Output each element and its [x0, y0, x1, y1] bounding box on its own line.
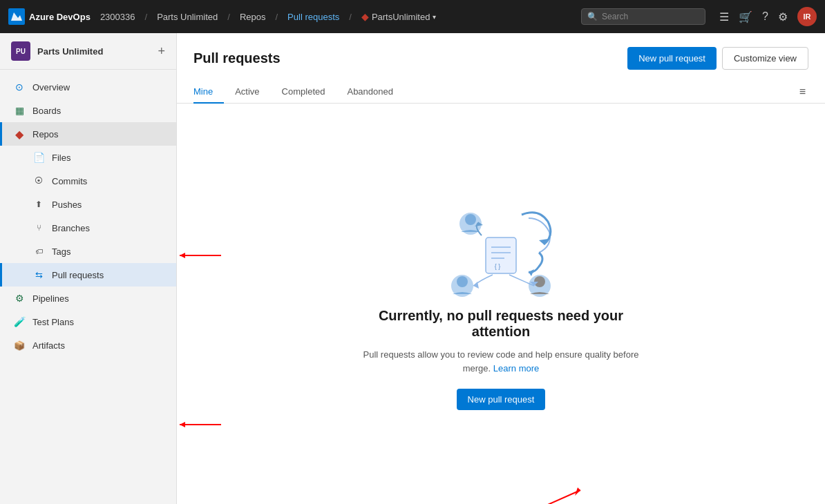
sidebar-item-commits[interactable]: ⦿ Commits — [0, 169, 176, 193]
sidebar-item-files[interactable]: 📄 Files — [0, 146, 176, 169]
topbar-logo[interactable]: Azure DevOps — [8, 8, 91, 25]
topbar-breadcrumb-repos[interactable]: Repos — [240, 12, 266, 22]
repos-icon: ◆ — [13, 128, 26, 140]
topbar-org: 2300336 — [100, 12, 135, 22]
overview-icon: ⊙ — [13, 81, 26, 93]
topbar: Azure DevOps 2300336 / Parts Unlimited /… — [0, 0, 825, 33]
sidebar-label-branches: Branches — [52, 223, 90, 233]
sidebar-item-branches[interactable]: ⑂ Branches — [0, 216, 176, 240]
pushes-icon: ⬆ — [32, 198, 45, 211]
sidebar-label-repos: Repos — [32, 129, 59, 139]
sidebar-label-pullrequests: Pull requests — [52, 270, 104, 280]
sidebar-nav: ⊙ Overview ▦ Boards ◆ Repos 📄 Files — [0, 70, 176, 362]
main-content-area: Pull requests New pull request Customize… — [177, 33, 825, 504]
svg-line-21 — [518, 490, 580, 504]
tab-mine[interactable]: Mine — [193, 81, 224, 104]
boards-icon: ▦ — [13, 104, 26, 117]
new-pull-request-button[interactable]: New pull request — [627, 47, 717, 70]
help-icon[interactable]: ? — [762, 10, 768, 23]
sidebar-label-files: Files — [52, 153, 70, 163]
svg-marker-18 — [180, 253, 185, 258]
sidebar-label-pipelines: Pipelines — [32, 293, 69, 304]
sidebar-label-artifacts: Artifacts — [32, 340, 65, 351]
pullrequests-icon: ⇆ — [32, 269, 45, 281]
tags-icon: 🏷 — [32, 245, 45, 258]
svg-marker-20 — [180, 422, 185, 427]
learn-more-link[interactable]: Learn more — [493, 363, 539, 374]
new-pull-request-center-button[interactable]: New pull request — [457, 389, 546, 410]
main-empty-state: { } — [177, 104, 825, 504]
empty-state-description: Pull requests allow you to review code a… — [349, 348, 653, 375]
sidebar-label-overview: Overview — [32, 82, 70, 93]
search-input[interactable] — [602, 12, 699, 21]
sidebar-item-tags[interactable]: 🏷 Tags — [0, 240, 176, 263]
topbar-breadcrumb-pullrequests[interactable]: Pull requests — [287, 12, 339, 22]
topbar-breadcrumb-project[interactable]: Parts Unlimited — [157, 12, 218, 22]
topbar-brand: Azure DevOps — [29, 12, 91, 22]
files-icon: 📄 — [32, 151, 45, 164]
avatar[interactable]: IR — [797, 7, 817, 26]
add-project-button[interactable]: + — [158, 44, 165, 59]
sidebar-label-tags: Tags — [52, 246, 70, 257]
svg-point-9 — [457, 276, 468, 287]
sidebar-item-repos[interactable]: ◆ Repos — [0, 122, 176, 146]
sidebar-item-pipelines[interactable]: ⚙ Pipelines — [0, 287, 176, 310]
empty-state-title: Currently, no pull requests need your at… — [363, 308, 639, 340]
sidebar-item-artifacts[interactable]: 📦 Artifacts — [0, 333, 176, 357]
svg-point-7 — [465, 214, 476, 225]
filter-icon[interactable]: ≡ — [797, 83, 808, 101]
tab-active[interactable]: Active — [224, 81, 270, 104]
pr-illustration: { } — [432, 197, 570, 308]
main-header: Pull requests New pull request Customize… — [177, 33, 825, 104]
settings-icon[interactable]: ⚙ — [778, 10, 788, 23]
sidebar-item-boards[interactable]: ▦ Boards — [0, 99, 176, 122]
topbar-repo-name: PartsUnlimited — [372, 12, 430, 22]
commits-icon: ⦿ — [32, 175, 45, 187]
search-icon: 🔍 — [587, 12, 598, 21]
project-name: Parts Unlimited — [37, 46, 103, 57]
main-title-row: Pull requests New pull request Customize… — [193, 47, 808, 70]
tabs: Mine Active Completed Abandoned — [193, 81, 404, 103]
repos-sub-items: 📄 Files ⦿ Commits ⬆ Pushes ⑂ Branches 🏷 — [0, 146, 176, 287]
sidebar-label-testplans: Test Plans — [32, 317, 74, 327]
project-icon: PU — [11, 41, 30, 61]
sidebar-item-testplans[interactable]: 🧪 Test Plans — [0, 310, 176, 333]
layout: PU Parts Unlimited + ⊙ Overview ▦ Boards… — [0, 33, 825, 504]
sidebar-label-commits: Commits — [52, 176, 87, 186]
basket-icon[interactable]: 🛒 — [739, 10, 752, 23]
sidebar-header: PU Parts Unlimited + — [0, 33, 176, 70]
branches-icon: ⑂ — [32, 222, 45, 234]
topbar-icons: ☰ 🛒 ? ⚙ IR — [719, 7, 817, 26]
tab-completed[interactable]: Completed — [271, 81, 336, 104]
svg-marker-22 — [575, 487, 580, 496]
pipelines-icon: ⚙ — [13, 292, 26, 304]
title-actions: New pull request Customize view — [627, 47, 808, 70]
tab-abandoned[interactable]: Abandoned — [336, 81, 404, 104]
chevron-down-icon: ▾ — [433, 13, 436, 21]
sidebar-label-boards: Boards — [32, 106, 61, 116]
svg-rect-1 — [486, 238, 516, 273]
sidebar-label-pushes: Pushes — [52, 200, 82, 210]
repo-icon: ◆ — [361, 11, 369, 22]
search-box[interactable]: 🔍 — [581, 8, 705, 25]
sidebar-item-pushes[interactable]: ⬆ Pushes — [0, 193, 176, 216]
artifacts-icon: 📦 — [13, 339, 26, 351]
sidebar-item-overview[interactable]: ⊙ Overview — [0, 75, 176, 99]
notifications-icon[interactable]: ☰ — [719, 10, 729, 23]
tabs-row: Mine Active Completed Abandoned ≡ — [193, 81, 808, 103]
topbar-repo-selector[interactable]: ◆ PartsUnlimited ▾ — [361, 11, 437, 22]
svg-text:{ }: { } — [495, 263, 501, 270]
page-title: Pull requests — [193, 50, 281, 66]
customize-view-button[interactable]: Customize view — [722, 47, 808, 70]
sidebar-item-pullrequests[interactable]: ⇆ Pull requests — [0, 263, 176, 287]
testplans-icon: 🧪 — [13, 316, 26, 328]
sidebar: PU Parts Unlimited + ⊙ Overview ▦ Boards… — [0, 33, 177, 504]
